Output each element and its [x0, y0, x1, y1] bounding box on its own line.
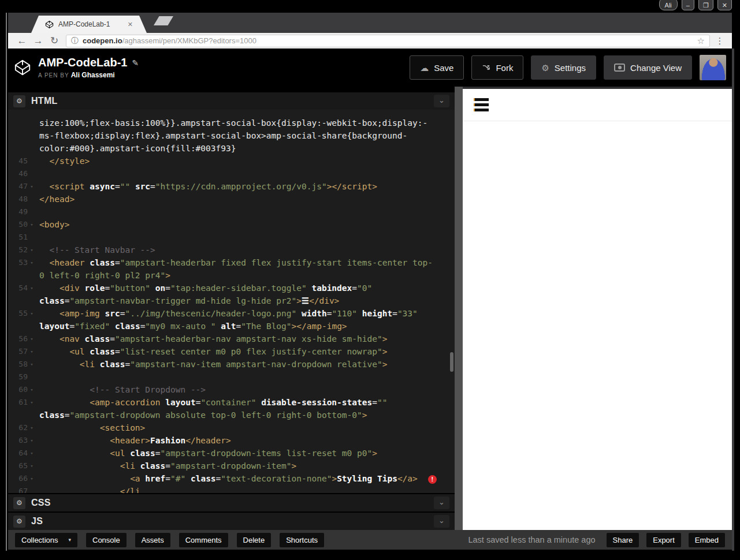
fold-arrow-icon[interactable]: ▾: [28, 447, 36, 460]
fold-arrow-icon[interactable]: ▾: [28, 345, 36, 358]
fold-arrow-icon[interactable]: ▾: [28, 218, 36, 231]
css-panel-header[interactable]: ⚙ CSS ⌄: [8, 494, 455, 512]
author-link[interactable]: Ali Ghassemi: [71, 71, 115, 79]
os-user-menu[interactable]: Ali: [659, 0, 678, 10]
back-icon[interactable]: ←: [14, 35, 30, 47]
code-line[interactable]: 57▾ <ul class="list-reset center m0 p0 f…: [8, 345, 455, 358]
code-line[interactable]: 59: [8, 371, 455, 383]
js-settings-gear-icon[interactable]: ⚙: [13, 516, 25, 528]
code-line[interactable]: class="ampstart-dropdown absolute top-0 …: [8, 409, 455, 421]
forward-icon[interactable]: →: [30, 35, 46, 47]
hamburger-menu-icon[interactable]: [474, 96, 489, 114]
change-view-button[interactable]: Change View: [604, 55, 692, 80]
code-line[interactable]: 45 </style>: [8, 155, 455, 167]
code-line[interactable]: 66▾ <a href="#" class="text-decoration-n…: [8, 472, 455, 485]
assets-button[interactable]: Assets: [135, 533, 170, 547]
code-line[interactable]: 65▾ <li class="ampstart-dropdown-item">: [8, 460, 455, 472]
export-button[interactable]: Export: [646, 533, 681, 547]
new-tab-button[interactable]: [154, 16, 173, 25]
comments-button[interactable]: Comments: [179, 533, 228, 547]
fold-arrow-icon[interactable]: ▾: [28, 434, 36, 447]
line-number: [8, 117, 28, 129]
fold-arrow-icon[interactable]: ▾: [28, 421, 36, 434]
html-panel-header[interactable]: ⚙ HTML ⌄: [8, 92, 455, 110]
delete-button[interactable]: Delete: [237, 533, 272, 547]
embed-button[interactable]: Embed: [689, 533, 725, 547]
shortcuts-button[interactable]: Shortcuts: [280, 533, 324, 547]
error-badge[interactable]: !: [428, 475, 437, 484]
code-line[interactable]: 52▾ <!-- Start Navbar -->: [8, 244, 455, 256]
minimize-button[interactable]: –: [682, 0, 694, 10]
browser-window: Ali – ❐ ✕ AMP-CodeLab-1 ✕ ← → ↻ ⓘ codepe…: [0, 0, 740, 560]
css-collapse-chevron-icon[interactable]: ⌄: [434, 496, 449, 509]
html-code-editor[interactable]: size:100%;flex-basis:100%}}.ampstart-soc…: [8, 110, 455, 493]
fork-button[interactable]: Fork: [471, 55, 523, 80]
fold-arrow-icon[interactable]: ▾: [28, 282, 36, 294]
fold-arrow-icon[interactable]: ▾: [28, 307, 36, 320]
settings-button[interactable]: ⚙ Settings: [531, 55, 596, 80]
line-number: 56: [8, 333, 28, 345]
close-window-button[interactable]: ✕: [717, 0, 732, 10]
line-number: 50: [8, 218, 28, 231]
tab-title: AMP-CodeLab-1: [58, 20, 123, 28]
code-line[interactable]: 51: [8, 231, 455, 244]
share-button[interactable]: Share: [607, 533, 639, 547]
html-settings-gear-icon[interactable]: ⚙: [13, 95, 25, 107]
code-line[interactable]: 46: [8, 167, 455, 180]
code-line[interactable]: 63▾ <header>Fashion</header>: [8, 434, 455, 447]
url-bar[interactable]: ⓘ codepen.io/aghassemi/pen/XMKbGP?editor…: [66, 35, 710, 47]
code-line[interactable]: 48</head>: [8, 193, 455, 206]
js-panel-header[interactable]: ⚙ JS ⌄: [8, 513, 455, 530]
fold-arrow-icon[interactable]: ▾: [28, 333, 36, 345]
html-panel-label: HTML: [31, 96, 58, 106]
fold-arrow-icon[interactable]: ▾: [28, 358, 36, 371]
code-line[interactable]: 55▾ <amp-img src="../img/thescenic/heade…: [8, 307, 455, 320]
code-line[interactable]: 62▾ <section>: [8, 421, 455, 434]
pane-resize-handle[interactable]: [455, 87, 463, 530]
maximize-button[interactable]: ❐: [698, 0, 713, 10]
save-button[interactable]: ☁ Save: [410, 55, 464, 80]
code-line[interactable]: 64▾ <ul class="ampstart-dropdown-items l…: [8, 447, 455, 460]
fold-arrow-icon[interactable]: ▾: [28, 244, 36, 256]
code-line[interactable]: 56▾ <nav class="ampstart-headerbar-nav a…: [8, 333, 455, 345]
browser-menu-icon[interactable]: ⋮: [713, 36, 726, 46]
fold-arrow-icon[interactable]: ▾: [28, 396, 36, 409]
fold-arrow-icon[interactable]: ▾: [28, 256, 36, 269]
js-collapse-chevron-icon[interactable]: ⌄: [434, 515, 449, 528]
code-line[interactable]: 49: [8, 206, 455, 218]
code-line[interactable]: 58▾ <li class="ampstart-nav-item ampstar…: [8, 358, 455, 371]
code-line[interactable]: 67 </li: [8, 485, 455, 493]
bookmark-star-icon[interactable]: ☆: [697, 36, 705, 46]
codepen-logo-icon: [14, 59, 31, 76]
code-line[interactable]: 61▾ <amp-accordion layout="container" di…: [8, 396, 455, 409]
code-line[interactable]: class="ampstart-navbar-trigger md-hide l…: [8, 294, 455, 307]
page-info-icon[interactable]: ⓘ: [71, 36, 79, 46]
collections-dropdown[interactable]: Collections ▾: [15, 533, 77, 547]
code-line[interactable]: 0 left-0 right-0 pl2 pr4">: [8, 269, 455, 282]
fold-arrow-icon[interactable]: ▾: [28, 460, 36, 472]
fold-arrow-icon[interactable]: ▾: [28, 472, 36, 485]
html-collapse-chevron-icon[interactable]: ⌄: [434, 95, 449, 107]
code-line[interactable]: layout="fixed" class="my0 mx-auto " alt=…: [8, 320, 455, 333]
reload-icon[interactable]: ↻: [46, 35, 62, 47]
fold-arrow-icon[interactable]: ▾: [28, 383, 36, 396]
browser-tab[interactable]: AMP-CodeLab-1 ✕: [31, 16, 147, 33]
avatar[interactable]: [700, 55, 726, 80]
edit-pencil-icon[interactable]: ✎: [132, 58, 139, 68]
line-text: <div role="button" on="tap:header-sideba…: [36, 282, 455, 294]
fold-arrow-icon[interactable]: ▾: [28, 180, 36, 193]
console-button[interactable]: Console: [86, 533, 127, 547]
code-line[interactable]: 53▾ <header class="ampstart-headerbar fi…: [8, 256, 455, 269]
editor-scrollbar-thumb[interactable]: [450, 352, 453, 372]
line-text: layout="fixed" class="my0 mx-auto " alt=…: [36, 320, 455, 333]
code-line[interactable]: 54▾ <div role="button" on="tap:header-si…: [8, 282, 455, 294]
code-line[interactable]: 60▾ <!-- Start Dropdown -->: [8, 383, 455, 396]
css-settings-gear-icon[interactable]: ⚙: [13, 497, 25, 509]
code-line[interactable]: 47▾ <script async="" src="https://cdn.am…: [8, 180, 455, 193]
code-line[interactable]: color:#000}.ampstart-icon{fill:#003f93}: [8, 142, 455, 155]
code-line[interactable]: 50▾<body>: [8, 218, 455, 231]
code-line[interactable]: ms-flexbox;display:flex}.ampstart-social…: [8, 129, 455, 142]
url-text: codepen.io/aghassemi/pen/XMKbGP?editors=…: [83, 36, 256, 45]
tab-close-icon[interactable]: ✕: [128, 21, 133, 28]
code-line[interactable]: size:100%;flex-basis:100%}}.ampstart-soc…: [8, 117, 455, 129]
